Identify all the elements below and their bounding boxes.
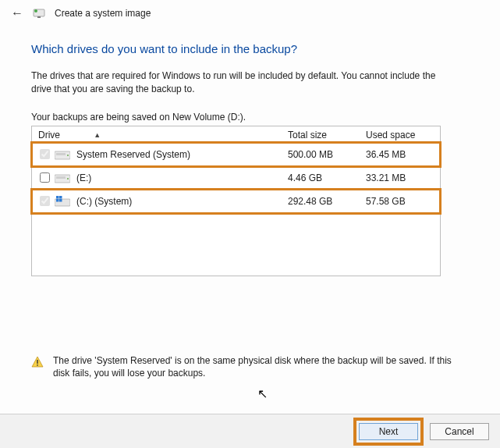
description-text: The drives that are required for Windows… bbox=[31, 69, 452, 96]
footer-bar: Next Cancel bbox=[0, 414, 500, 448]
window-title: Create a system image bbox=[55, 8, 151, 19]
total-size-cell: 4.46 GB bbox=[288, 172, 366, 183]
svg-rect-15 bbox=[37, 360, 37, 364]
col-total-header: Total size bbox=[288, 130, 366, 140]
app-icon bbox=[33, 7, 45, 20]
drives-table: Drive ▲ Total size Used space System Res… bbox=[31, 126, 441, 276]
svg-rect-12 bbox=[56, 199, 59, 202]
drive-icon bbox=[55, 172, 70, 183]
svg-rect-16 bbox=[37, 364, 37, 366]
cancel-button[interactable]: Cancel bbox=[430, 423, 489, 440]
drive-checkbox bbox=[40, 196, 50, 206]
warning-icon bbox=[31, 356, 44, 368]
total-size-cell: 292.48 GB bbox=[288, 196, 366, 207]
drive-icon bbox=[55, 149, 70, 160]
next-button-highlight: Next bbox=[353, 418, 424, 446]
svg-rect-10 bbox=[56, 196, 59, 199]
col-drive-header: Drive bbox=[38, 130, 60, 140]
svg-rect-13 bbox=[59, 199, 62, 202]
svg-rect-11 bbox=[59, 196, 62, 199]
table-empty-area bbox=[32, 213, 440, 276]
table-row: (E:)4.46 GB33.21 MB bbox=[32, 166, 440, 190]
page-heading: Which drives do you want to include in t… bbox=[31, 42, 469, 55]
table-row: System Reserved (System)500.00 MB36.45 M… bbox=[32, 143, 440, 166]
backup-destination-text: Your backups are being saved on New Volu… bbox=[31, 112, 469, 123]
sort-indicator-icon: ▲ bbox=[94, 131, 101, 139]
titlebar: ← Create a system image bbox=[0, 0, 500, 23]
svg-rect-4 bbox=[56, 153, 66, 155]
next-button[interactable]: Next bbox=[359, 423, 418, 440]
total-size-cell: 500.00 MB bbox=[288, 149, 366, 160]
drive-label: (C:) (System) bbox=[76, 196, 132, 207]
warning-block: The drive 'System Reserved' is on the sa… bbox=[31, 354, 468, 381]
warning-text: The drive 'System Reserved' is on the sa… bbox=[53, 354, 468, 381]
svg-point-5 bbox=[67, 155, 69, 156]
svg-rect-1 bbox=[37, 16, 41, 18]
table-header[interactable]: Drive ▲ Total size Used space bbox=[32, 126, 440, 143]
windows-drive-icon bbox=[55, 196, 70, 207]
drive-label: System Reserved (System) bbox=[76, 149, 190, 160]
used-space-cell: 57.58 GB bbox=[366, 196, 436, 207]
drive-label: (E:) bbox=[76, 172, 91, 183]
used-space-cell: 33.21 MB bbox=[366, 172, 436, 183]
cursor-icon: ↖ bbox=[257, 386, 268, 401]
col-used-header: Used space bbox=[366, 130, 436, 140]
drive-checkbox[interactable] bbox=[40, 172, 50, 183]
drive-checkbox bbox=[40, 149, 50, 159]
back-button[interactable]: ← bbox=[11, 6, 23, 20]
used-space-cell: 36.45 MB bbox=[366, 149, 436, 160]
table-row: (C:) (System)292.48 GB57.58 GB bbox=[32, 190, 440, 213]
svg-rect-7 bbox=[56, 176, 66, 179]
svg-point-2 bbox=[34, 9, 37, 12]
svg-point-8 bbox=[67, 178, 69, 180]
